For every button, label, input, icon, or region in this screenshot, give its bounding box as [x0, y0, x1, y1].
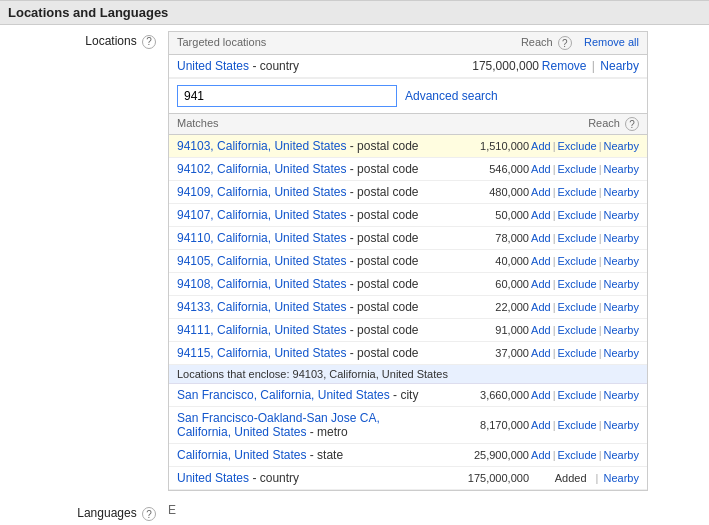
results-reach-help-icon[interactable]: ? — [625, 117, 639, 131]
locations-help-icon[interactable]: ? — [142, 35, 156, 49]
remove-us-link[interactable]: Remove — [542, 59, 587, 73]
advanced-search-link[interactable]: Advanced search — [405, 89, 498, 103]
languages-row: Languages ? E — [0, 497, 709, 525]
result-row-0[interactable]: 94103, California, United States - posta… — [169, 135, 647, 158]
targeted-locations-box: Targeted locations Reach ? Remove all Un… — [168, 31, 648, 114]
languages-label: Languages ? — [8, 503, 168, 521]
targeted-header-right: Reach ? Remove all — [521, 36, 639, 50]
result-row-9[interactable]: 94115, California, United States - posta… — [169, 342, 647, 365]
result-ca-state[interactable]: California, United States - state 25,900… — [169, 444, 647, 467]
languages-help-icon[interactable]: ? — [142, 507, 156, 521]
targeted-us-row: United States - country 175,000,000 Remo… — [169, 55, 647, 78]
result-row-6[interactable]: 94108, California, United States - posta… — [169, 273, 647, 296]
reach-help-icon[interactable]: ? — [558, 36, 572, 50]
results-box: Matches Reach ? 94103, California, Unite… — [168, 114, 648, 491]
locations-label: Locations ? — [8, 31, 168, 49]
targeted-us-actions: Remove | Nearby — [539, 59, 639, 73]
result-reach-0: 1,510,000 — [439, 140, 529, 152]
result-us-country[interactable]: United States - country 175,000,000 Adde… — [169, 467, 647, 490]
result-row-7[interactable]: 94133, California, United States - posta… — [169, 296, 647, 319]
result-actions-0: Add|Exclude|Nearby — [529, 140, 639, 152]
location-search-input[interactable] — [177, 85, 397, 107]
result-row-5[interactable]: 94105, California, United States - posta… — [169, 250, 647, 273]
result-row-1[interactable]: 94102, California, United States - posta… — [169, 158, 647, 181]
results-header: Matches Reach ? — [169, 114, 647, 135]
languages-content: E — [168, 503, 701, 517]
result-row-2[interactable]: 94109, California, United States - posta… — [169, 181, 647, 204]
locations-row: Locations ? Targeted locations Reach ? R… — [0, 25, 709, 497]
targeted-us-name: United States - country — [177, 59, 439, 73]
targeted-locations-header: Targeted locations Reach ? Remove all — [169, 32, 647, 55]
section-header-locations-languages: Locations and Languages — [0, 0, 709, 25]
result-row-4[interactable]: 94110, California, United States - posta… — [169, 227, 647, 250]
result-name-0: 94103, California, United States - posta… — [177, 139, 439, 153]
search-row: Advanced search — [169, 78, 647, 113]
nearby-us-link[interactable]: Nearby — [600, 59, 639, 73]
targeted-us-reach: 175,000,000 — [439, 59, 539, 73]
result-row-8[interactable]: 94111, California, United States - posta… — [169, 319, 647, 342]
result-sf-metro[interactable]: San Francisco-Oakland-San Jose CA,Califo… — [169, 407, 647, 444]
result-row-3[interactable]: 94107, California, United States - posta… — [169, 204, 647, 227]
locations-content: Targeted locations Reach ? Remove all Un… — [168, 31, 701, 491]
result-sf-city[interactable]: San Francisco, California, United States… — [169, 384, 647, 407]
section-locations-languages: Locations and Languages Locations ? Targ… — [0, 0, 709, 525]
remove-all-link[interactable]: Remove all — [584, 36, 639, 48]
encloses-header: Locations that enclose: 94103, Californi… — [169, 365, 647, 384]
